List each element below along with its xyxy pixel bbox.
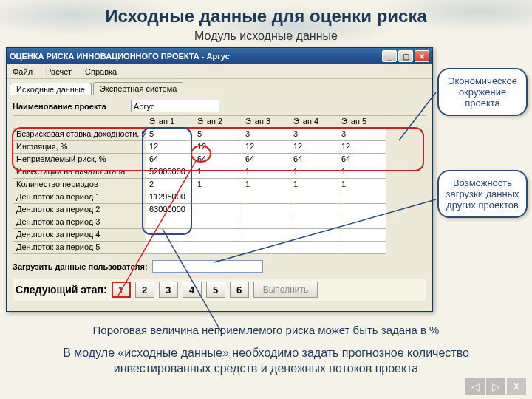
slide-subtitle: Модуль исходные данные — [0, 30, 532, 43]
callout-load: Возможность загрузки данных других проек… — [437, 170, 528, 218]
row-header: Ден.поток за период 4 — [13, 229, 146, 242]
grid-cell[interactable]: 64 — [338, 154, 386, 166]
window-title: ОЦЕНКА РИСКА ИННОВАЦИОННОГО ПРОЕКТА - Ар… — [10, 52, 381, 61]
stage-button-3[interactable]: 3 — [159, 282, 178, 298]
tabbar: Исходные данные Экспертная система — [7, 79, 432, 95]
col-header: Этап 2 — [194, 116, 242, 129]
grid-cell[interactable]: 64 — [290, 154, 338, 166]
grid-cell[interactable]: 12 — [338, 141, 386, 154]
grid-cell[interactable] — [290, 229, 338, 242]
data-grid: Этап 1 Этап 2 Этап 3 Этап 4 Этап 5 Безри… — [13, 115, 426, 254]
project-input[interactable]: Аргус — [131, 100, 219, 112]
grid-cell[interactable] — [242, 191, 290, 204]
row-header: Количество периодов — [13, 179, 146, 191]
grid-cell[interactable] — [290, 204, 338, 216]
grid-cell[interactable]: 1 — [290, 179, 338, 191]
row-header: Ден.поток за период 5 — [13, 242, 146, 254]
footer-line-1: Пороговая величина неприемлемого риска м… — [15, 324, 517, 336]
menu-help[interactable]: Справка — [82, 66, 120, 77]
tab-data[interactable]: Исходные данные — [10, 83, 92, 95]
col-header: Этап 1 — [146, 116, 194, 129]
maximize-button[interactable]: ▢ — [398, 50, 413, 62]
stage-button-5[interactable]: 5 — [206, 282, 225, 298]
grid-cell[interactable] — [290, 216, 338, 229]
grid-cell[interactable]: 1 — [194, 179, 242, 191]
titlebar: ОЦЕНКА РИСКА ИННОВАЦИОННОГО ПРОЕКТА - Ар… — [7, 48, 432, 64]
grid-cell[interactable]: 1 — [338, 166, 386, 179]
grid-cell[interactable] — [194, 191, 242, 204]
nav-close-button[interactable]: X — [507, 378, 526, 395]
close-button[interactable]: ✕ — [415, 50, 429, 62]
execute-button[interactable]: Выполнить — [253, 282, 318, 298]
row-header: Инвестиции на начало этапа — [13, 166, 146, 179]
grid-cell[interactable] — [146, 242, 194, 254]
nav-prev-button[interactable]: ◁ — [466, 378, 485, 395]
stage-row: Следующий этап: 1 2 3 4 5 6 Выполнить — [13, 279, 426, 301]
grid-cell[interactable] — [242, 242, 290, 254]
grid-cell[interactable]: 1 — [338, 179, 386, 191]
grid-cell[interactable]: 5 — [146, 129, 194, 141]
grid-cell[interactable] — [338, 242, 386, 254]
stage-button-6[interactable]: 6 — [230, 282, 249, 298]
row-header: Ден.поток за период 2 — [13, 204, 146, 216]
grid-cell[interactable]: 12 — [242, 141, 290, 154]
stage-button-4[interactable]: 4 — [183, 282, 202, 298]
grid-cell[interactable]: 3 — [290, 129, 338, 141]
grid-cell[interactable]: 63000000 — [146, 204, 194, 216]
row-header: Инфляция, % — [13, 141, 146, 154]
grid-cell[interactable]: 2 — [146, 179, 194, 191]
load-label: Загрузить данные пользователя: — [13, 262, 148, 271]
grid-cell[interactable]: 12 — [194, 141, 242, 154]
tab-expert[interactable]: Экспертная система — [93, 82, 183, 95]
grid-cell[interactable]: 3 — [242, 129, 290, 141]
stage-label: Следующий этап: — [16, 284, 107, 296]
grid-cell[interactable]: 11295000 — [146, 191, 194, 204]
grid-cell[interactable] — [194, 204, 242, 216]
grid-cell[interactable]: 1 — [290, 166, 338, 179]
grid-cell[interactable] — [290, 191, 338, 204]
row-header: Безрисковая ставка доходности, % — [13, 129, 146, 141]
stage-button-1[interactable]: 1 — [112, 282, 131, 298]
grid-cell[interactable] — [146, 216, 194, 229]
grid-cell[interactable]: 52000000 — [146, 166, 194, 179]
callout-economic: Экономическое окружение проекта — [437, 68, 528, 116]
window-content: Наименование проекта Аргус Этап 1 Этап 2… — [7, 95, 432, 311]
grid-cell[interactable]: 3 — [338, 129, 386, 141]
grid-cell[interactable] — [338, 216, 386, 229]
grid-cell[interactable] — [242, 204, 290, 216]
row-header: Ден.поток за период 3 — [13, 216, 146, 229]
project-label: Наименование проекта — [13, 102, 131, 111]
grid-cell[interactable]: 5 — [194, 129, 242, 141]
grid-cell[interactable]: 64 — [242, 154, 290, 166]
menu-file[interactable]: Файл — [10, 66, 35, 77]
grid-cell[interactable] — [146, 229, 194, 242]
grid-cell[interactable] — [338, 229, 386, 242]
nav-next-button[interactable]: ▷ — [486, 378, 505, 395]
grid-corner — [13, 116, 146, 129]
menu-calc[interactable]: Расчет — [43, 66, 75, 77]
grid-cell[interactable]: 64 — [146, 154, 194, 166]
footer-line-2: В модуле «исходные данные» необходимо за… — [15, 346, 517, 377]
grid-cell[interactable] — [194, 229, 242, 242]
load-input[interactable] — [152, 260, 263, 273]
grid-cell[interactable]: 1 — [242, 166, 290, 179]
col-header: Этап 4 — [290, 116, 338, 129]
grid-cell[interactable]: 64 — [194, 154, 242, 166]
stage-button-2[interactable]: 2 — [135, 282, 154, 298]
slide-title: Исходные данные для оценки риска — [0, 6, 532, 27]
grid-cell[interactable] — [242, 216, 290, 229]
col-header: Этап 3 — [242, 116, 290, 129]
grid-cell[interactable] — [194, 216, 242, 229]
grid-cell[interactable] — [338, 191, 386, 204]
grid-cell[interactable]: 12 — [290, 141, 338, 154]
minimize-button[interactable]: _ — [382, 50, 397, 62]
grid-cell[interactable] — [242, 229, 290, 242]
col-header: Этап 5 — [338, 116, 386, 129]
grid-cell[interactable]: 12 — [146, 141, 194, 154]
grid-cell[interactable] — [338, 204, 386, 216]
grid-cell[interactable]: 1 — [242, 179, 290, 191]
grid-cell[interactable]: 1 — [194, 166, 242, 179]
app-window: ОЦЕНКА РИСКА ИННОВАЦИОННОГО ПРОЕКТА - Ар… — [6, 47, 433, 312]
grid-cell[interactable] — [194, 242, 242, 254]
grid-cell[interactable] — [290, 242, 338, 254]
